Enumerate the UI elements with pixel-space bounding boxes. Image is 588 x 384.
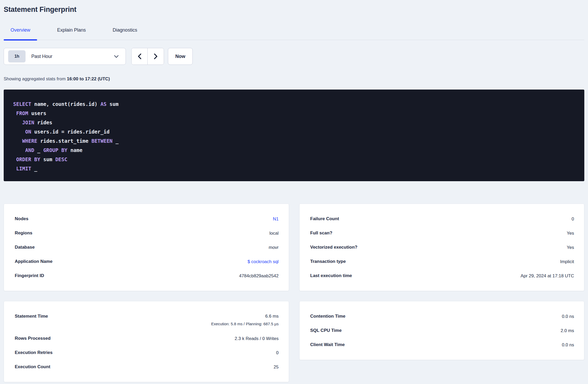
tab-overview[interactable]: Overview [4,27,37,40]
stat-value: movr [269,245,279,250]
stat-value-group: 4784cb829aab2542 [239,273,278,279]
stat-value-group: Implicit [560,259,574,264]
tab-bar: Overview Explain Plans Diagnostics [4,27,584,40]
stat-label: Statement Time [15,313,48,319]
stat-value-group: 25 [274,364,279,370]
stat-value-group: local [270,230,279,236]
stat-row: Execution Count25 [15,360,279,374]
stat-row: Statement Time6.6 msExecution: 5.8 ms / … [15,309,279,331]
chevron-right-icon [154,53,158,60]
stat-value-group: 0 [572,216,574,222]
stat-value-group: N1 [273,216,279,222]
stat-row: Rows Processed2.3 k Reads / 0 Writes [15,331,279,346]
caption-time-range: 16:00 to 17:22 (UTC) [67,76,110,81]
stat-row: Fingerprint ID4784cb829aab2542 [15,269,279,283]
stat-row: Vectorized execution?Yes [310,240,574,254]
stat-value-group: Yes [567,230,574,236]
stat-label: Last execution time [310,273,352,278]
stat-label: Regions [15,230,32,236]
stat-value-group: 0 [276,350,278,356]
stat-label: Database [15,245,35,250]
stat-value-group: 2.0 ms [561,328,574,333]
stat-row: Client Wait Time0.0 ns [310,338,574,352]
stat-subvalue: Execution: 5.8 ms / Planning: 687.5 µs [211,321,278,327]
stat-value-group: 6.6 msExecution: 5.8 ms / Planning: 687.… [211,313,278,327]
sql-statement-box: SELECT name, count(rides.id) AS sum FROM… [4,90,584,181]
stat-value-group: Yes [567,245,574,250]
stat-row: Failure Count0 [310,212,574,226]
stat-row: Application Name$ cockroach sql [15,254,279,269]
sql-line: ORDER BY sum DESC [13,155,576,164]
stats-grid: NodesN1RegionslocalDatabasemovrApplicati… [4,204,584,382]
chevron-left-icon [137,53,142,60]
stat-value-group: Apr 29, 2024 at 17:18 UTC [521,273,574,279]
execution-attributes-card: Failure Count0Full scan?YesVectorized ex… [299,204,585,291]
sql-line: FROM users [13,109,576,118]
stat-label: Execution Count [15,364,50,370]
stat-value: 0.0 ns [562,342,574,347]
sql-line: JOIN rides [13,118,576,127]
stat-value: Apr 29, 2024 at 17:18 UTC [521,273,574,278]
chevron-down-icon [114,55,119,58]
stat-value: 0 [572,216,574,221]
tab-diagnostics[interactable]: Diagnostics [106,27,144,40]
previous-range-button[interactable] [132,48,148,65]
time-range-dropdown[interactable]: 1h Past Hour [4,48,126,65]
time-controls: 1h Past Hour Now [4,48,584,65]
page-title: Statement Fingerprint [4,5,584,14]
stat-label: Fingerprint ID [15,273,44,278]
time-range-label: Past Hour [31,54,52,59]
stat-value-group: 0.0 ns [562,342,574,348]
stat-value: 4784cb829aab2542 [239,273,278,278]
wait-time-card: Contention Time0.0 nsSQL CPU Time2.0 msC… [299,301,585,360]
stat-value: 2.0 ms [561,328,574,333]
time-range-badge: 1h [8,50,26,62]
stat-value-group: 2.3 k Reads / 0 Writes [235,336,279,341]
next-range-button[interactable] [148,48,164,65]
statement-fingerprint-page: Statement Fingerprint Overview Explain P… [0,5,588,382]
stat-row: NodesN1 [15,212,279,226]
tab-explain-plans[interactable]: Explain Plans [50,27,93,40]
time-step-button-group [131,48,164,65]
stat-label: Vectorized execution? [310,245,358,250]
statement-timing-card: Statement Time6.6 msExecution: 5.8 ms / … [4,301,289,382]
caption-prefix: Showing aggregated stats from [4,76,67,81]
stat-value: local [270,231,279,236]
stat-value: 2.3 k Reads / 0 Writes [235,336,279,341]
stat-value-group: $ cockroach sql [247,259,278,264]
stat-row: Last execution timeApr 29, 2024 at 17:18… [310,269,574,283]
sql-line: SELECT name, count(rides.id) AS sum [13,100,576,109]
stat-row: SQL CPU Time2.0 ms [310,323,574,338]
stat-value-link[interactable]: N1 [273,216,279,221]
stat-value: Yes [567,231,574,236]
sql-line: AND _ GROUP BY name [13,146,576,155]
stat-label: Full scan? [310,230,332,236]
stat-label: Rows Processed [15,336,51,341]
sql-line: WHERE rides.start_time BETWEEN _ [13,136,576,146]
stat-value: 6.6 ms [265,314,278,319]
stat-row: Databasemovr [15,240,279,254]
stat-label: Transaction type [310,259,346,264]
stat-value: Implicit [560,259,574,264]
stat-label: Failure Count [310,216,339,221]
stat-value: Yes [567,245,574,250]
stat-row: Contention Time0.0 ns [310,309,574,323]
sql-line: ON users.id = rides.rider_id [13,127,576,136]
sql-line: LIMIT _ [13,164,576,173]
stat-label: Application Name [15,259,53,264]
stat-value: 25 [274,365,279,370]
stat-label: Execution Retries [15,350,53,355]
stat-label: SQL CPU Time [310,328,342,333]
stat-row: Full scan?Yes [310,226,574,240]
aggregated-stats-caption: Showing aggregated stats from 16:00 to 1… [4,76,584,82]
stat-row: Execution Retries0 [15,346,279,360]
stat-label: Client Wait Time [310,342,345,347]
stat-label: Contention Time [310,314,346,319]
stat-value: 0 [276,350,278,355]
now-button[interactable]: Now [168,48,193,65]
stat-label: Nodes [15,216,28,221]
stat-value-group: movr [269,245,279,250]
stat-value-link[interactable]: $ cockroach sql [247,259,278,264]
stat-value-group: 0.0 ns [562,314,574,319]
statement-details-card: NodesN1RegionslocalDatabasemovrApplicati… [4,204,289,291]
